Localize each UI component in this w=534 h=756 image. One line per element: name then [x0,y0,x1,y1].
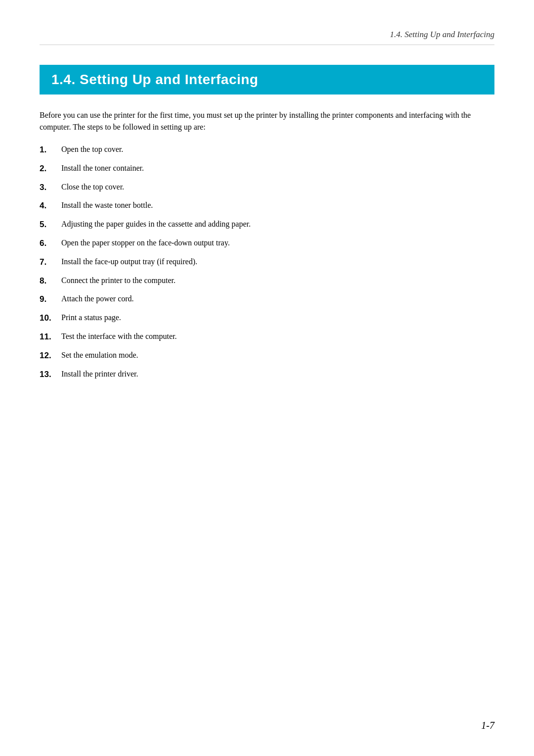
step-text: Attach the power cord. [61,293,134,304]
step-number: 1. [40,144,61,156]
step-number: 9. [40,293,61,305]
step-text: Open the paper stopper on the face-down … [61,237,230,248]
step-text: Set the emulation mode. [61,350,138,361]
step-text: Adjusting the paper guides in the casset… [61,219,251,230]
step-text: Print a status page. [61,312,121,323]
list-item: 12.Set the emulation mode. [40,350,494,362]
list-item: 5.Adjusting the paper guides in the cass… [40,219,494,231]
step-text: Connect the printer to the computer. [61,275,176,286]
step-number: 10. [40,312,61,324]
page: 1.4. Setting Up and Interfacing 1.4. Set… [0,0,534,756]
steps-list: 1.Open the top cover.2.Install the toner… [40,144,494,380]
header-section-title: 1.4. Setting Up and Interfacing [390,30,494,40]
step-text: Test the interface with the computer. [61,331,177,342]
list-item: 3.Close the top cover. [40,182,494,193]
step-number: 11. [40,331,61,343]
page-number: 1-7 [481,720,494,731]
step-number: 3. [40,182,61,193]
list-item: 4.Install the waste toner bottle. [40,200,494,212]
page-footer: 1-7 [481,720,494,731]
intro-paragraph: Before you can use the printer for the f… [40,109,494,133]
list-item: 7.Install the face-up output tray (if re… [40,256,494,268]
step-text: Close the top cover. [61,182,124,192]
step-text: Install the printer driver. [61,369,138,379]
step-number: 7. [40,256,61,268]
section-banner: 1.4. Setting Up and Interfacing [40,65,494,94]
list-item: 9.Attach the power cord. [40,293,494,305]
step-number: 12. [40,350,61,362]
step-number: 8. [40,275,61,287]
step-number: 13. [40,369,61,380]
list-item: 10.Print a status page. [40,312,494,324]
step-number: 2. [40,163,61,175]
step-text: Open the top cover. [61,144,123,155]
list-item: 2.Install the toner container. [40,163,494,175]
page-header: 1.4. Setting Up and Interfacing [40,30,494,45]
step-number: 4. [40,200,61,212]
step-number: 5. [40,219,61,231]
step-number: 6. [40,237,61,249]
step-text: Install the face-up output tray (if requ… [61,256,197,267]
list-item: 6.Open the paper stopper on the face-dow… [40,237,494,249]
list-item: 1.Open the top cover. [40,144,494,156]
list-item: 8.Connect the printer to the computer. [40,275,494,287]
step-text: Install the waste toner bottle. [61,200,153,211]
step-text: Install the toner container. [61,163,144,174]
list-item: 11.Test the interface with the computer. [40,331,494,343]
section-heading: 1.4. Setting Up and Interfacing [51,72,258,87]
list-item: 13.Install the printer driver. [40,369,494,380]
